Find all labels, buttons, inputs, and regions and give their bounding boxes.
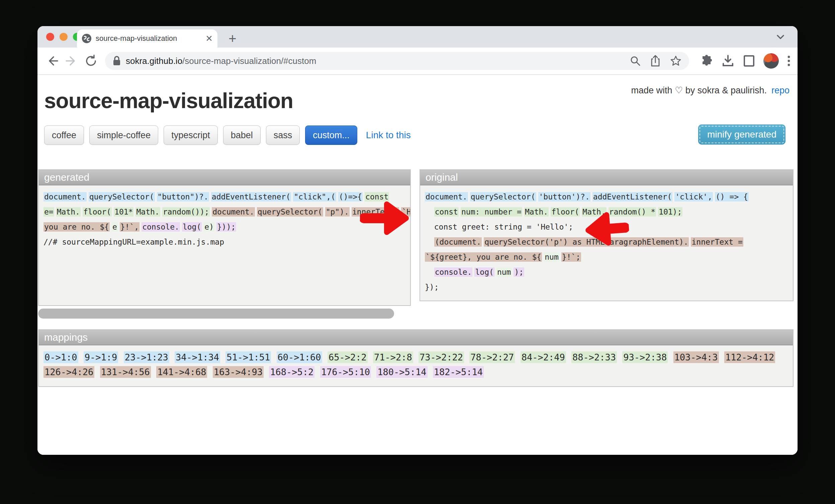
- search-icon[interactable]: [630, 55, 641, 66]
- code-segment[interactable]: Math.: [56, 207, 81, 217]
- code-segment[interactable]: (document.: [434, 237, 482, 247]
- mapping-chip[interactable]: 103->4:3: [673, 351, 719, 363]
- code-segment[interactable]: 101);: [658, 207, 683, 217]
- mapping-chip[interactable]: 163->4:93: [213, 366, 264, 378]
- code-segment[interactable]: }));: [217, 222, 236, 231]
- example-button-typescript[interactable]: typescript: [164, 125, 218, 145]
- download-icon[interactable]: [721, 54, 735, 67]
- code-segment[interactable]: document.: [212, 207, 255, 217]
- reload-icon[interactable]: [83, 53, 99, 69]
- code-segment[interactable]: `He: [401, 207, 410, 217]
- horizontal-scrollbar-thumb[interactable]: [38, 308, 394, 319]
- mapping-chip[interactable]: 126->4:26: [43, 366, 94, 378]
- code-segment[interactable]: const: [434, 207, 459, 217]
- code-segment[interactable]: e=: [43, 207, 54, 217]
- side-panel-icon[interactable]: [743, 54, 755, 67]
- code-segment[interactable]: `${greet}, you are no. ${: [425, 252, 542, 262]
- code-segment[interactable]: log(: [182, 222, 202, 231]
- generated-code[interactable]: document.querySelector("button")?.addEve…: [39, 185, 410, 305]
- code-segment[interactable]: Math.: [582, 207, 606, 217]
- code-segment[interactable]: addEventListener(: [211, 192, 291, 201]
- mapping-chip[interactable]: 112->4:12: [724, 351, 775, 363]
- code-segment[interactable]: document.: [425, 192, 468, 201]
- code-segment[interactable]: }!`;: [561, 252, 581, 262]
- code-segment[interactable]: ()=>{: [338, 192, 363, 201]
- code-segment[interactable]: Math.: [524, 207, 549, 217]
- mapping-chip[interactable]: 182->5:14: [433, 366, 484, 378]
- mapping-chip[interactable]: 9->1:9: [84, 351, 118, 363]
- code-segment[interactable]: random());: [162, 207, 210, 217]
- code-segment[interactable]: 'click',: [674, 192, 713, 201]
- browser-tab[interactable]: source-map-visualization ✕: [77, 29, 218, 47]
- example-button-coffee[interactable]: coffee: [44, 125, 84, 145]
- mapping-chip[interactable]: 93->2:38: [622, 351, 668, 363]
- mapping-chip[interactable]: 51->1:51: [225, 351, 271, 363]
- forward-icon[interactable]: [64, 53, 80, 69]
- mapping-chip[interactable]: 78->2:27: [469, 351, 515, 363]
- mapping-chip[interactable]: 84->2:49: [521, 351, 566, 363]
- code-segment[interactable]: "p").: [325, 207, 350, 217]
- code-segment[interactable]: you are no. ${: [43, 222, 110, 231]
- mapping-chip[interactable]: 23->1:23: [124, 351, 169, 363]
- code-segment[interactable]: );: [513, 267, 524, 277]
- mapping-chip[interactable]: 73->2:22: [419, 351, 464, 363]
- code-segment[interactable]: e): [204, 222, 215, 231]
- code-segment[interactable]: "click",(: [293, 192, 336, 201]
- back-icon[interactable]: [44, 53, 60, 69]
- chevron-down-icon[interactable]: [775, 32, 786, 41]
- link-to-this[interactable]: Link to this: [366, 130, 411, 141]
- code-segment[interactable]: floor(: [551, 207, 580, 217]
- code-segment[interactable]: querySelector(: [89, 192, 155, 201]
- code-segment[interactable]: querySelector('p') as HTMLParagraphEleme…: [484, 237, 689, 247]
- code-segment[interactable]: innerText=: [352, 207, 399, 217]
- code-segment[interactable]: num: [544, 252, 559, 262]
- code-segment[interactable]: }!`,: [120, 222, 140, 231]
- bookmark-star-icon[interactable]: [670, 55, 682, 67]
- example-button-sass[interactable]: sass: [266, 125, 300, 145]
- code-segment[interactable]: addEventListener(: [592, 192, 672, 201]
- code-segment[interactable]: num: number =: [461, 207, 522, 217]
- mapping-chip[interactable]: 65->2:2: [327, 351, 368, 363]
- mapping-chip[interactable]: 141->4:68: [156, 366, 207, 378]
- code-segment[interactable]: log(: [474, 267, 494, 277]
- mapping-chip[interactable]: 131->4:56: [100, 366, 151, 378]
- code-segment[interactable]: 101*: [114, 207, 134, 217]
- close-window-button[interactable]: [46, 33, 54, 41]
- mapping-chip[interactable]: 180->5:14: [376, 366, 427, 378]
- code-segment[interactable]: Math.: [136, 207, 160, 217]
- code-segment[interactable]: querySelector(: [470, 192, 536, 201]
- address-bar[interactable]: sokra.github.io/source-map-visualization…: [105, 52, 689, 70]
- mappings-list[interactable]: 0->1:0 9->1:9 23->1:23 34->1:34 51->1:51…: [39, 345, 793, 386]
- mapping-chip[interactable]: 168->5:2: [269, 366, 314, 378]
- minify-generated-button[interactable]: minify generated: [698, 124, 786, 145]
- code-segment[interactable]: document.: [43, 192, 87, 201]
- close-tab-icon[interactable]: ✕: [205, 34, 213, 44]
- code-segment[interactable]: innerText =: [691, 237, 743, 247]
- code-segment[interactable]: "button")?.: [157, 192, 209, 201]
- code-segment[interactable]: random() *: [609, 207, 656, 217]
- mapping-chip[interactable]: 0->1:0: [43, 351, 78, 363]
- minimize-window-button[interactable]: [60, 33, 67, 41]
- mapping-chip[interactable]: 60->1:60: [277, 351, 322, 363]
- code-segment[interactable]: 'button')?.: [538, 192, 590, 201]
- code-segment[interactable]: num: [496, 267, 512, 277]
- extensions-puzzle-icon[interactable]: [700, 54, 713, 67]
- code-segment[interactable]: console.: [142, 222, 180, 231]
- code-segment[interactable]: querySelector(: [257, 207, 323, 217]
- code-segment[interactable]: console.: [434, 267, 473, 277]
- example-button-simple-coffee[interactable]: simple-coffee: [89, 125, 158, 145]
- code-segment[interactable]: e: [112, 222, 118, 231]
- code-segment[interactable]: floor(: [83, 207, 112, 217]
- profile-avatar[interactable]: [763, 53, 779, 68]
- mapping-chip[interactable]: 71->2:8: [373, 351, 413, 363]
- example-button-babel[interactable]: babel: [223, 125, 261, 145]
- share-icon[interactable]: [650, 55, 661, 67]
- code-segment[interactable]: () => {: [715, 192, 749, 201]
- code-segment[interactable]: const: [365, 192, 389, 201]
- original-code[interactable]: document.querySelector('button')?.addEve…: [420, 185, 793, 301]
- mapping-chip[interactable]: 176->5:10: [320, 366, 371, 378]
- kebab-menu-icon[interactable]: [787, 54, 791, 67]
- mapping-chip[interactable]: 88->2:33: [571, 351, 617, 363]
- mapping-chip[interactable]: 34->1:34: [175, 351, 220, 363]
- repo-link[interactable]: repo: [771, 85, 790, 95]
